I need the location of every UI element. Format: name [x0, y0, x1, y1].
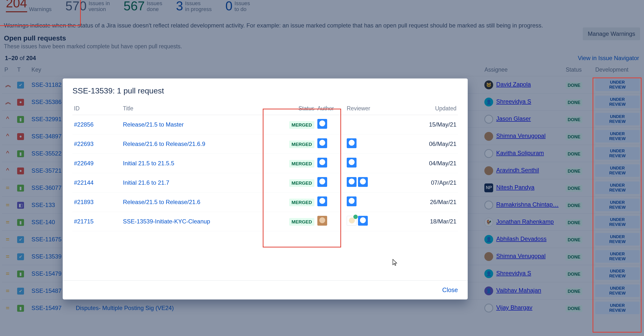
pr-col-id: ID [72, 102, 122, 115]
user-avatar[interactable] [317, 197, 327, 206]
user-avatar[interactable] [358, 177, 368, 187]
pr-updated-date: 18/Mar/21 [409, 212, 458, 231]
pr-title-link[interactable]: Release/21.5 to Release/21.6 [123, 199, 200, 205]
pr-status-merged-badge: MERGED [289, 121, 314, 129]
pr-updated-date: 06/May/21 [409, 134, 458, 154]
pr-title-link[interactable]: Release/21.5 to Master [123, 121, 184, 128]
pr-col-reviewer: Reviewer [345, 102, 409, 115]
pr-id-link[interactable]: #22693 [74, 140, 94, 147]
pr-title-link[interactable]: Initial 21.5 to 21.5.5 [123, 160, 174, 166]
pr-updated-date: 04/May/21 [409, 154, 458, 173]
pr-status-merged-badge: MERGED [289, 199, 314, 206]
pr-updated-date: 26/Mar/21 [409, 193, 458, 212]
pr-col-status: Status [277, 102, 316, 115]
user-avatar[interactable] [358, 216, 368, 226]
pr-id-link[interactable]: #21715 [74, 218, 94, 225]
pr-col-updated: Updated [409, 102, 458, 115]
pr-row: #22144 Initial 21.6 to 21.7 MERGED 07/Ap… [72, 173, 458, 193]
pr-id-link[interactable]: #22856 [74, 121, 94, 128]
pr-status-merged-badge: MERGED [289, 140, 314, 148]
pr-title-link[interactable]: Release/21.6 to Release/21.6.9 [123, 140, 205, 147]
pr-row: #22649 Initial 21.5 to 21.5.5 MERGED 04/… [72, 154, 458, 173]
pr-updated-date: 07/Apr/21 [409, 173, 458, 193]
user-avatar[interactable] [347, 197, 356, 206]
user-avatar[interactable] [317, 177, 327, 187]
user-avatar[interactable] [317, 216, 327, 226]
pr-updated-date: 15/May/21 [409, 115, 458, 134]
pr-id-link[interactable]: #22649 [74, 160, 94, 166]
modal-close-button[interactable]: Close [442, 286, 458, 293]
pull-requests-table: ID Title Status Author Reviewer Updated … [72, 102, 458, 231]
user-avatar[interactable] [347, 138, 356, 148]
user-avatar[interactable] [317, 158, 327, 167]
pr-col-title: Title [122, 102, 277, 115]
pr-status-merged-badge: MERGED [289, 218, 314, 226]
pr-row: #22856 Release/21.5 to Master MERGED 15/… [72, 115, 458, 134]
pr-status-merged-badge: MERGED [289, 160, 314, 167]
user-avatar[interactable] [347, 177, 356, 187]
pr-status-merged-badge: MERGED [289, 179, 314, 187]
pr-id-link[interactable]: #22144 [74, 179, 94, 186]
pr-title-link[interactable]: Initial 21.6 to 21.7 [123, 179, 169, 186]
pr-row: #21893 Release/21.5 to Release/21.6 MERG… [72, 193, 458, 212]
user-avatar[interactable] [317, 119, 327, 129]
modal-title: SSE-13539: 1 pull request [63, 78, 468, 102]
pr-id-link[interactable]: #21893 [74, 199, 94, 205]
user-avatar[interactable] [347, 216, 356, 226]
user-avatar[interactable] [317, 138, 327, 148]
pr-title-link[interactable]: SSE-13539-Initiate-KYC-Cleanup [123, 218, 210, 225]
pr-col-author: Author [316, 102, 345, 115]
pull-requests-modal: SSE-13539: 1 pull request ID Title Statu… [63, 78, 468, 299]
approved-check-icon [353, 215, 358, 219]
user-avatar[interactable] [347, 158, 356, 167]
pr-row: #21715 SSE-13539-Initiate-KYC-Cleanup ME… [72, 212, 458, 231]
pr-row: #22693 Release/21.6 to Release/21.6.9 ME… [72, 134, 458, 154]
